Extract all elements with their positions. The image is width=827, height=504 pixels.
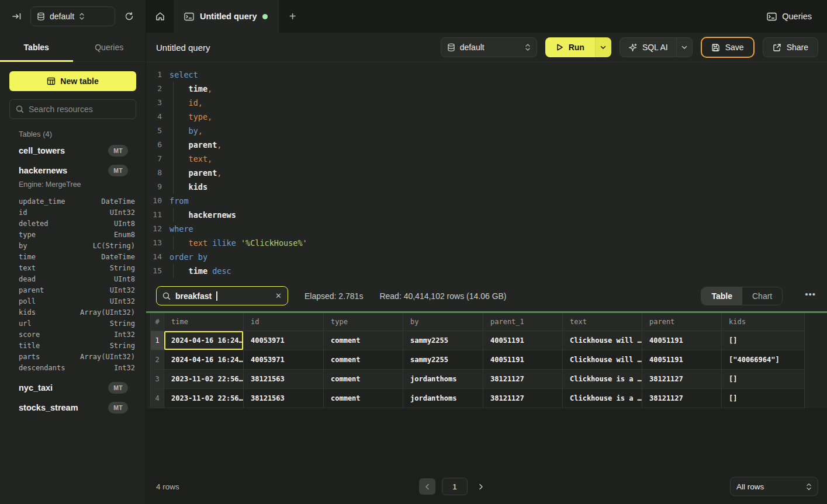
column-row[interactable]: typeEnum8 [9, 229, 136, 240]
column-row[interactable]: pollUInt32 [9, 296, 136, 307]
more-options-button[interactable]: ••• [799, 289, 818, 303]
column-row[interactable]: scoreInt32 [9, 329, 136, 340]
table-cell[interactable]: 38121563 [244, 370, 324, 389]
collapse-sidebar-icon[interactable] [8, 8, 25, 25]
table-cell[interactable]: 2024-04-16 16:24… [164, 331, 244, 350]
column-header-text[interactable]: text [563, 313, 642, 331]
sidebar-tab-queries[interactable]: Queries [73, 33, 146, 61]
table-cell[interactable]: [] [722, 370, 805, 389]
column-row[interactable]: descendantsInt32 [9, 362, 136, 373]
code-line[interactable]: 1select [146, 68, 827, 82]
column-row[interactable]: deletedUInt8 [9, 218, 136, 229]
table-cell[interactable]: comment [324, 331, 403, 350]
table-cell[interactable]: 38121563 [244, 389, 324, 408]
table-cell[interactable]: 40053971 [244, 350, 324, 370]
code-line[interactable]: 11 hackernews [146, 208, 827, 222]
code-line[interactable]: 2 time, [146, 82, 827, 96]
column-row[interactable]: deadUInt8 [9, 273, 136, 284]
column-header-parent[interactable]: parent [642, 313, 722, 331]
code-line[interactable]: 15 time desc [146, 264, 827, 278]
table-cell[interactable]: 40051191 [642, 350, 722, 370]
home-button[interactable] [146, 0, 174, 33]
share-button[interactable]: Share [763, 37, 818, 57]
table-cell[interactable]: 38121127 [642, 370, 722, 389]
table-cell[interactable]: comment [324, 389, 403, 408]
column-header-time[interactable]: time [164, 313, 244, 331]
column-header-rownum[interactable]: # [150, 313, 164, 331]
view-toggle-table[interactable]: Table [701, 287, 742, 305]
code-line[interactable]: 10from [146, 194, 827, 208]
table-cell[interactable]: jordanthoms [403, 370, 483, 389]
code-line[interactable]: 9 kids [146, 180, 827, 194]
queries-button[interactable]: Queries [752, 0, 827, 33]
new-tab-button[interactable]: + [279, 0, 306, 33]
run-button[interactable]: Run [545, 37, 595, 57]
run-options-button[interactable] [595, 37, 611, 57]
column-row[interactable]: byLC(String) [9, 240, 136, 251]
column-row[interactable]: timeDateTime [9, 251, 136, 262]
sidebar-search[interactable] [9, 99, 136, 119]
code-line[interactable]: 13 text ilike '%ClickHouse%' [146, 236, 827, 250]
code-line[interactable]: 12where [146, 222, 827, 236]
table-cell[interactable]: 38121127 [642, 389, 722, 408]
row-number-cell[interactable]: 1 [150, 331, 164, 350]
table-cell[interactable]: Clickhouse will … [563, 331, 642, 350]
table-cell[interactable]: Clickhouse will … [563, 350, 642, 370]
table-cell[interactable]: 2023-11-02 22:56… [164, 370, 244, 389]
table-item-stocks_stream[interactable]: stocks_streamMT [9, 398, 136, 418]
code-line[interactable]: 3 id, [146, 96, 827, 110]
search-resources-input[interactable] [29, 105, 134, 114]
code-line[interactable]: 4 type, [146, 110, 827, 124]
sql-ai-button[interactable]: SQL AI [620, 38, 676, 57]
code-line[interactable]: 14order by [146, 250, 827, 264]
column-header-by[interactable]: by [403, 313, 483, 331]
column-row[interactable]: parentUInt32 [9, 284, 136, 296]
table-cell[interactable]: 38121127 [483, 389, 563, 408]
sql-editor[interactable]: 1select2 time,3 id,4 type,5 by,6 parent,… [146, 62, 827, 280]
results-search-input[interactable]: breakfast ✕ [156, 286, 288, 305]
row-number-cell[interactable]: 2 [150, 350, 164, 370]
row-number-cell[interactable]: 4 [150, 389, 164, 408]
table-cell[interactable]: 40051191 [642, 331, 722, 350]
table-cell[interactable]: [] [722, 389, 805, 408]
column-header-type[interactable]: type [324, 313, 403, 331]
table-item-hackernews[interactable]: hackernewsMT [9, 161, 136, 180]
column-header-kids[interactable]: kids [722, 313, 805, 331]
table-cell[interactable]: comment [324, 350, 403, 370]
prev-page-button[interactable] [419, 478, 435, 495]
new-table-button[interactable]: New table [9, 71, 136, 91]
run-database-selector[interactable]: default [441, 37, 537, 57]
table-cell[interactable]: sammy2255 [403, 350, 483, 370]
table-cell[interactable]: 38121127 [483, 370, 563, 389]
column-row[interactable]: update_timeDateTime [9, 196, 136, 207]
column-row[interactable]: urlString [9, 318, 136, 329]
table-cell[interactable]: jordanthoms [403, 389, 483, 408]
column-row[interactable]: textString [9, 262, 136, 273]
code-line[interactable]: 7 text, [146, 152, 827, 166]
code-line[interactable]: 6 parent, [146, 138, 827, 152]
sidebar-tab-tables[interactable]: Tables [0, 33, 73, 61]
table-cell[interactable]: 2024-04-16 16:24… [164, 350, 244, 370]
sql-ai-options-button[interactable] [676, 38, 692, 57]
table-cell[interactable]: ["40066964"] [722, 350, 805, 370]
table-cell[interactable]: 40051191 [483, 350, 563, 370]
column-header-parent_1[interactable]: parent_1 [483, 313, 563, 331]
table-cell[interactable]: Clickhouse is a … [563, 389, 642, 408]
clear-search-icon[interactable]: ✕ [275, 291, 282, 300]
table-cell[interactable]: 40051191 [483, 331, 563, 350]
table-cell[interactable]: [] [722, 331, 805, 350]
column-row[interactable]: titleString [9, 340, 136, 351]
refresh-icon[interactable] [121, 8, 137, 25]
column-row[interactable]: idUInt32 [9, 207, 136, 218]
page-size-selector[interactable]: All rows [730, 477, 818, 496]
view-toggle-chart[interactable]: Chart [742, 287, 782, 305]
code-line[interactable]: 8 parent, [146, 166, 827, 180]
column-row[interactable]: kidsArray(UInt32) [9, 307, 136, 318]
table-item-nyc_taxi[interactable]: nyc_taxiMT [9, 378, 136, 398]
table-cell[interactable]: Clickhouse is a … [563, 370, 642, 389]
table-cell[interactable]: comment [324, 370, 403, 389]
table-cell[interactable]: sammy2255 [403, 331, 483, 350]
table-item-cell_towers[interactable]: cell_towersMT [9, 141, 136, 161]
column-header-id[interactable]: id [244, 313, 324, 331]
tab-untitled-query[interactable]: Untitled query [174, 0, 279, 33]
